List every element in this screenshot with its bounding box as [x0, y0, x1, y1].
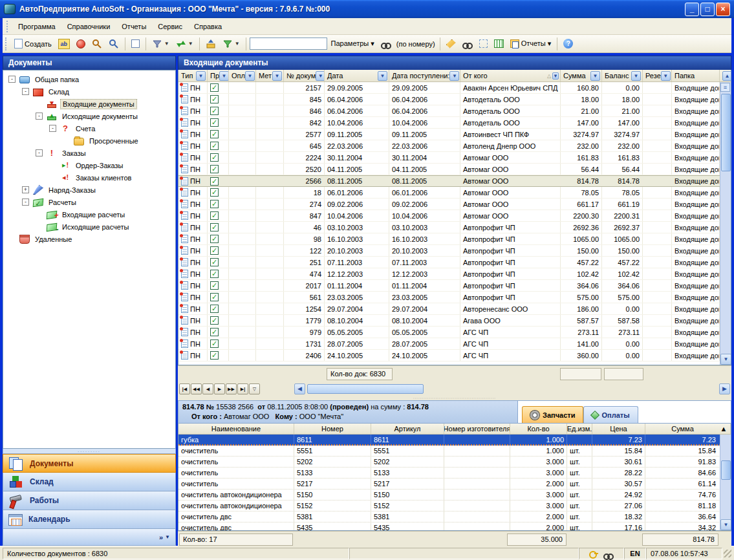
dcol-unit[interactable]: Ед.изм. — [567, 424, 592, 434]
tab-zapchasti[interactable]: Запчасти — [522, 406, 583, 423]
tree-expander-icon[interactable]: - — [36, 149, 43, 156]
dcol-price[interactable]: Цена — [592, 424, 645, 434]
sidebar-nav-документы[interactable]: Документы — [3, 454, 176, 473]
zoom-out-button[interactable] — [106, 37, 122, 51]
col-sum[interactable]: Сумма▼ — [561, 70, 602, 81]
sidebar-splitter[interactable]: ......... — [3, 449, 176, 454]
maximize-button[interactable]: □ — [700, 3, 715, 16]
next-page-button[interactable]: ▶▶ — [226, 383, 237, 394]
checked-checkbox[interactable]: ✓ — [210, 177, 219, 186]
tree-item-label[interactable]: Входящие расчеты — [60, 210, 127, 219]
table-row[interactable]: ПН ✓ 2520 04.11.2005 04.11.2005 Автомаг … — [178, 164, 731, 175]
table-row[interactable]: ПН ✓ 2157 29.09.2005 29.09.2005 Авакян А… — [178, 82, 731, 94]
find-button[interactable] — [378, 37, 394, 51]
tree-item[interactable]: Просроченные — [3, 135, 175, 147]
scroll-down-button[interactable]: ▼ — [720, 354, 731, 365]
table-row[interactable]: ПН ✓ 1254 29.07.2004 29.07.2004 Авторене… — [178, 303, 731, 315]
tree-item[interactable]: - ! Заказы — [3, 147, 175, 159]
dcol-name[interactable]: Наименование — [178, 424, 294, 434]
checked-checkbox[interactable]: ✓ — [210, 153, 219, 162]
detail-table-row[interactable]: очиститель автокондиционера 5152 5152 3.… — [178, 501, 731, 512]
tree-item-label[interactable]: Общая папка — [33, 75, 81, 84]
detail-table-row[interactable]: очиститель 5133 5133 3.000 шт. 28.22 84.… — [178, 468, 731, 479]
delete-button[interactable] — [74, 37, 88, 51]
table-row[interactable]: ПН ✓ 1731 28.07.2005 28.07.2005 АГС ЧП 1… — [178, 338, 731, 350]
table-row[interactable]: ПН ✓ 979 05.05.2005 05.05.2005 АГС ЧП 27… — [178, 327, 731, 338]
tree-item[interactable]: Входящие документы — [3, 98, 175, 110]
scroll-thumb[interactable] — [721, 94, 731, 171]
sign-button[interactable] — [444, 37, 459, 51]
checked-checkbox[interactable]: ✓ — [210, 246, 219, 255]
reports-dropdown[interactable]: Отчеты ▾ — [508, 37, 554, 51]
tree-item[interactable]: ! Заказы клиентов — [3, 171, 175, 184]
tab-oplaty[interactable]: Оплаты — [583, 406, 638, 423]
checked-checkbox[interactable]: ✓ — [210, 142, 219, 150]
dcol-sum[interactable]: Сумма — [645, 424, 720, 434]
table-row[interactable]: ПН ✓ 846 06.04.2006 06.04.2006 Автодетал… — [178, 105, 731, 117]
checked-checkbox[interactable]: ✓ — [210, 211, 219, 220]
resize-grip[interactable] — [724, 550, 731, 557]
dcol-article[interactable]: Артикул — [371, 424, 444, 434]
grid-button[interactable] — [491, 37, 506, 51]
tree-item[interactable]: - Склад — [3, 85, 175, 98]
table-row[interactable]: ПН ✓ 122 20.10.2003 20.10.2003 Автопрофи… — [178, 245, 731, 257]
checked-checkbox[interactable]: ✓ — [210, 188, 219, 197]
sort-ab-button[interactable]: ab — [56, 37, 72, 51]
menu-spravka[interactable]: Справка — [188, 21, 228, 32]
col-filter-icon[interactable]: ▼ — [245, 71, 255, 81]
checked-checkbox[interactable]: ✓ — [210, 339, 219, 348]
tree-item-label[interactable]: Расчеты — [47, 198, 78, 207]
scroll-up-icon[interactable]: ▲ — [722, 71, 731, 81]
zoom-in-button[interactable] — [89, 37, 105, 51]
col-date[interactable]: Дата▼ — [325, 70, 389, 81]
sidebar-nav-работы[interactable]: Работы — [3, 491, 176, 510]
tree-item-label[interactable]: Наряд-Заказы — [47, 186, 98, 195]
table-row[interactable]: ПН ✓ 2017 01.11.2004 01.11.2004 Автопроф… — [178, 280, 731, 292]
dcol-qty[interactable]: Кол-во — [510, 424, 567, 434]
checked-checkbox[interactable]: ✓ — [210, 165, 219, 173]
col-opl[interactable]: Опл▼ — [229, 70, 256, 81]
col-docnum[interactable]: № докум▼ — [284, 70, 325, 81]
main-vertical-scrollbar[interactable]: ≡ ▼ — [720, 82, 731, 365]
last-record-button[interactable]: ▶| — [237, 383, 248, 394]
close-button[interactable]: × — [716, 3, 730, 16]
tree-item-label[interactable]: Исходящие документы — [60, 112, 140, 121]
scroll-left-button[interactable]: ◀ — [294, 383, 305, 394]
filter-records-button[interactable]: ▽ — [249, 383, 260, 394]
tree-item[interactable]: Входящие расчеты — [3, 208, 175, 221]
nav-collapse-bar[interactable]: »▼ — [3, 529, 176, 546]
col-reserve[interactable]: Резе▼ — [643, 70, 672, 81]
tree-item-label[interactable]: Счета — [74, 124, 97, 133]
search-input[interactable] — [250, 38, 327, 50]
col-met[interactable]: Мет▼ — [256, 70, 284, 81]
col-filter-icon[interactable]: ▼ — [590, 71, 600, 81]
status-language[interactable]: EN — [624, 548, 646, 559]
col-received[interactable]: Дата поступлени:▼ — [389, 70, 460, 81]
checked-checkbox[interactable]: ✓ — [210, 95, 219, 103]
table-row[interactable]: ПН ✓ 2577 09.11.2005 09.11.2005 Автоинве… — [178, 129, 731, 140]
col-filter-icon[interactable]: ▼ — [196, 71, 206, 81]
tree-item[interactable]: - Общая папка — [3, 73, 175, 85]
table-row[interactable]: ПН ✓ 2566 08.11.2005 08.11.2005 Автомаг … — [178, 175, 731, 187]
prior-page-button[interactable]: ◀◀ — [191, 383, 202, 394]
table-row[interactable]: ПН ✓ 274 09.02.2006 09.02.2006 Автомаг О… — [178, 199, 731, 210]
col-pr[interactable]: Пр▼ — [208, 70, 229, 81]
send-button[interactable] — [203, 37, 219, 51]
col-filter-icon[interactable]: ▼ — [631, 71, 641, 81]
col-tip[interactable]: Тип▼ — [178, 70, 208, 81]
checked-checkbox[interactable]: ✓ — [210, 200, 219, 208]
col-filter-icon[interactable]: ▼ — [272, 71, 282, 81]
tree-item-label[interactable]: Просроченные — [87, 136, 140, 145]
dcol-mfr-number[interactable]: Номер изготовителя — [444, 424, 510, 434]
selection-button[interactable] — [477, 37, 490, 51]
help-button[interactable]: ? — [561, 37, 576, 51]
col-filter-icon[interactable]: ▼ — [552, 72, 559, 80]
detail-table-row[interactable]: очиститель автокондиционера 5150 5150 3.… — [178, 490, 731, 501]
detail-table-row[interactable]: губка 8611 8611 1.000 7.23 7.23 — [178, 435, 731, 446]
menu-programma[interactable]: Программа — [12, 21, 61, 32]
checked-checkbox[interactable]: ✓ — [210, 328, 219, 336]
checked-checkbox[interactable]: ✓ — [210, 258, 219, 266]
detail-table-row[interactable]: очиститель 5217 5217 2.000 шт. 30.57 61.… — [178, 479, 731, 490]
view-button[interactable] — [460, 37, 475, 51]
col-from[interactable]: От кого△▼ — [460, 70, 561, 81]
